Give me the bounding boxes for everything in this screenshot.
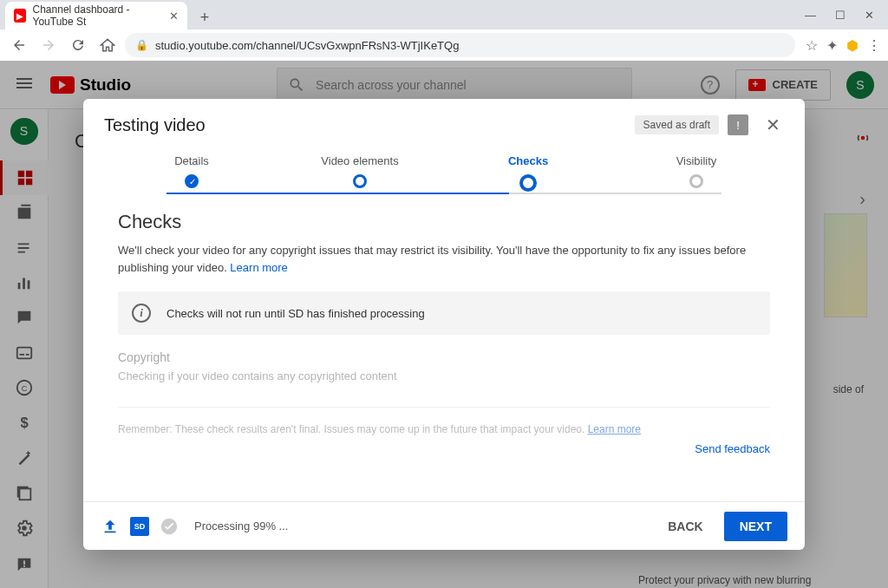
- processing-text: Processing 99% ...: [194, 519, 288, 532]
- tab-strip: ▶ Channel dashboard - YouTube St ✕ +: [0, 0, 888, 29]
- feedback-modal-icon[interactable]: !: [728, 114, 748, 135]
- browser-menu-icon[interactable]: ⋮: [867, 37, 881, 54]
- reload-icon[interactable]: [66, 33, 90, 57]
- minimize-icon[interactable]: —: [805, 9, 816, 22]
- back-button[interactable]: BACK: [657, 513, 713, 540]
- back-icon[interactable]: [7, 33, 31, 57]
- lock-icon: 🔒: [135, 39, 148, 51]
- close-window-icon[interactable]: ✕: [865, 9, 874, 22]
- section-title: Checks: [118, 211, 770, 233]
- copyright-section: Copyright Checking if your video contain…: [118, 350, 770, 382]
- star-icon[interactable]: ☆: [806, 37, 818, 54]
- browser-tab[interactable]: ▶ Channel dashboard - YouTube St ✕: [5, 2, 187, 29]
- youtube-favicon-icon: ▶: [14, 9, 26, 23]
- address-bar: 🔒 studio.youtube.com/channel/UCsvGxwpnFR…: [0, 29, 888, 61]
- extension-icon[interactable]: ✦: [826, 37, 838, 54]
- new-tab-button[interactable]: +: [193, 5, 217, 29]
- step-dot-future-icon: [689, 174, 703, 188]
- step-details[interactable]: Details: [144, 154, 239, 192]
- modal-body: Checks We'll check your video for any co…: [83, 207, 805, 501]
- notice-text: Checks will not run until SD has finishe…: [166, 307, 425, 320]
- url-field[interactable]: 🔒 studio.youtube.com/channel/UCsvGxwpnFR…: [125, 33, 795, 57]
- step-checks[interactable]: Checks: [480, 154, 576, 192]
- modal-footer: SD Processing 99% ... BACK NEXT: [83, 501, 805, 550]
- step-dot-icon: [353, 174, 367, 188]
- window-controls: — ☐ ✕: [805, 0, 888, 29]
- processing-notice: i Checks will not run until SD has finis…: [118, 291, 770, 335]
- modal-title: Testing video: [104, 115, 206, 135]
- check-pending-icon: [160, 517, 179, 536]
- modal-header: Testing video Saved as draft ! ✕: [83, 99, 805, 147]
- upload-modal: Testing video Saved as draft ! ✕ Details…: [83, 99, 805, 550]
- info-icon: i: [132, 304, 151, 323]
- maximize-icon[interactable]: ☐: [835, 9, 846, 22]
- draft-badge: Saved as draft: [635, 115, 719, 134]
- step-visibility[interactable]: Visibility: [649, 154, 744, 192]
- forward-icon: [36, 33, 61, 57]
- stepper: Details Video elements Checks Visibility: [83, 147, 805, 207]
- close-modal-icon[interactable]: ✕: [762, 113, 784, 137]
- tab-close-icon[interactable]: ✕: [169, 10, 179, 23]
- addr-actions: ☆ ✦ ⬢ ⋮: [806, 37, 881, 54]
- step-dot-done-icon: [185, 174, 199, 188]
- sd-badge-icon: SD: [130, 517, 149, 536]
- next-button[interactable]: NEXT: [724, 512, 787, 541]
- step-dot-current-icon: [519, 174, 537, 192]
- tab-title: Channel dashboard - YouTube St: [33, 3, 162, 28]
- copyright-desc: Checking if your video contains any copy…: [118, 369, 770, 382]
- extension-icon-2[interactable]: ⬢: [846, 37, 859, 54]
- url-text: studio.youtube.com/channel/UCsvGxwpnFRsN…: [155, 39, 459, 52]
- home-icon[interactable]: [95, 33, 120, 57]
- upload-icon: [101, 517, 120, 536]
- section-desc: We'll check your video for any copyright…: [118, 242, 770, 276]
- step-elements[interactable]: Video elements: [312, 154, 408, 192]
- remember-note: Remember: These check results aren't fin…: [118, 407, 770, 437]
- copyright-title: Copyright: [118, 350, 770, 364]
- browser-chrome: ▶ Channel dashboard - YouTube St ✕ + 🔒 s…: [0, 0, 888, 61]
- learn-more-link-2[interactable]: Learn more: [588, 423, 641, 435]
- learn-more-link[interactable]: Learn more: [230, 261, 287, 274]
- send-feedback-link[interactable]: Send feedback: [118, 442, 770, 455]
